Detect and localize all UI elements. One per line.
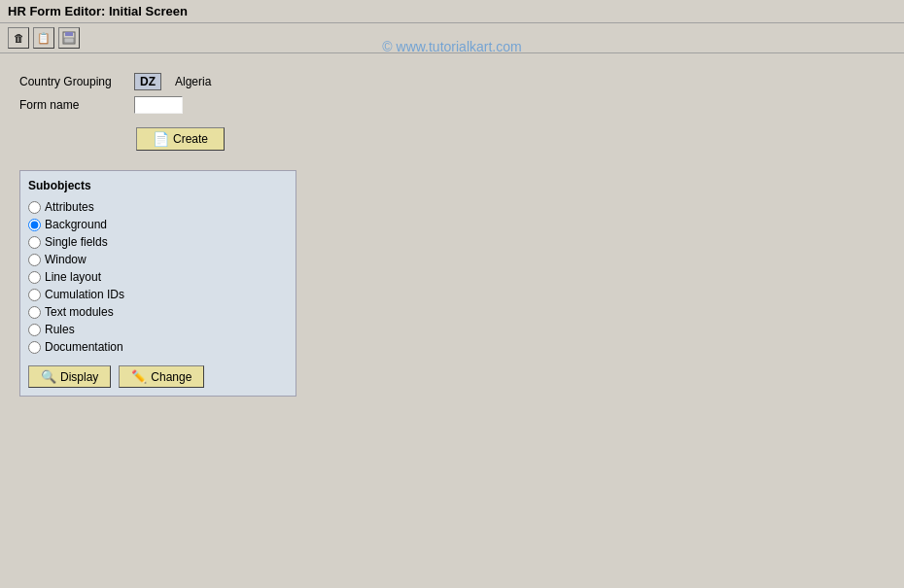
change-button-label: Change: [151, 370, 191, 384]
radio-documentation-label: Documentation: [45, 340, 123, 354]
radio-window-input[interactable]: [28, 254, 41, 266]
save-button[interactable]: [58, 27, 80, 49]
radio-documentation-input[interactable]: [28, 341, 41, 354]
radio-background-input[interactable]: [28, 219, 41, 231]
radio-rules-label: Rules: [45, 323, 75, 336]
form-name-input[interactable]: [134, 96, 183, 114]
radio-cumulation-ids-input[interactable]: [28, 289, 41, 301]
country-grouping-row: Country Grouping DZ Algeria: [19, 73, 885, 90]
country-grouping-label: Country Grouping: [19, 75, 126, 88]
radio-cumulation-ids-label: Cumulation IDs: [45, 288, 124, 301]
create-button[interactable]: 📄 Create: [136, 127, 225, 151]
radio-cumulation-ids: Cumulation IDs: [28, 288, 288, 301]
radio-background-label: Background: [45, 218, 107, 231]
radio-line-layout: Line layout: [28, 270, 288, 284]
radio-single-fields: Single fields: [28, 235, 288, 249]
radio-window: Window: [28, 253, 288, 266]
title-bar: HR Form Editor: Initial Screen: [0, 0, 904, 23]
radio-rules-input[interactable]: [28, 324, 41, 336]
radio-text-modules: Text modules: [28, 305, 288, 319]
radio-line-layout-label: Line layout: [45, 270, 101, 284]
subobjects-panel: Subobjects Attributes Background Single …: [19, 170, 296, 397]
radio-text-modules-label: Text modules: [45, 305, 114, 319]
svg-rect-1: [65, 32, 73, 36]
radio-text-modules-input[interactable]: [28, 306, 41, 319]
main-content: Country Grouping DZ Algeria Form name 📄 …: [0, 53, 904, 416]
radio-background: Background: [28, 218, 288, 231]
radio-single-fields-input[interactable]: [28, 236, 41, 249]
form-section: Country Grouping DZ Algeria Form name 📄 …: [19, 73, 885, 151]
display-button-label: Display: [60, 370, 98, 384]
create-button-label: Create: [173, 132, 208, 146]
display-icon: 🔍: [41, 369, 56, 384]
save-icon: [62, 31, 76, 45]
radio-window-label: Window: [45, 253, 87, 266]
watermark-text: © www.tutorialkart.com: [382, 39, 521, 54]
delete-button[interactable]: 🗑: [8, 27, 29, 49]
radio-attributes-label: Attributes: [45, 200, 94, 214]
page-title: HR Form Editor: Initial Screen: [8, 4, 188, 18]
copy-button[interactable]: 📋: [33, 27, 54, 49]
form-name-label: Form name: [19, 98, 126, 112]
radio-attributes: Attributes: [28, 200, 288, 214]
radio-attributes-input[interactable]: [28, 201, 41, 214]
radio-line-layout-input[interactable]: [28, 271, 41, 284]
subobjects-buttons: 🔍 Display ✏️ Change: [28, 365, 288, 388]
display-button[interactable]: 🔍 Display: [28, 365, 111, 388]
radio-rules: Rules: [28, 323, 288, 336]
subobjects-title: Subobjects: [28, 179, 288, 192]
form-name-row: Form name: [19, 96, 885, 114]
toolbar: 🗑 📋 © www.tutorialkart.com: [0, 23, 904, 53]
change-button[interactable]: ✏️ Change: [119, 365, 204, 388]
country-name-text: Algeria: [175, 75, 211, 88]
svg-rect-2: [64, 38, 74, 43]
change-icon: ✏️: [131, 369, 147, 384]
radio-single-fields-label: Single fields: [45, 235, 108, 249]
country-code-field[interactable]: DZ: [134, 73, 161, 90]
radio-documentation: Documentation: [28, 340, 288, 354]
create-doc-icon: 📄: [153, 131, 169, 147]
